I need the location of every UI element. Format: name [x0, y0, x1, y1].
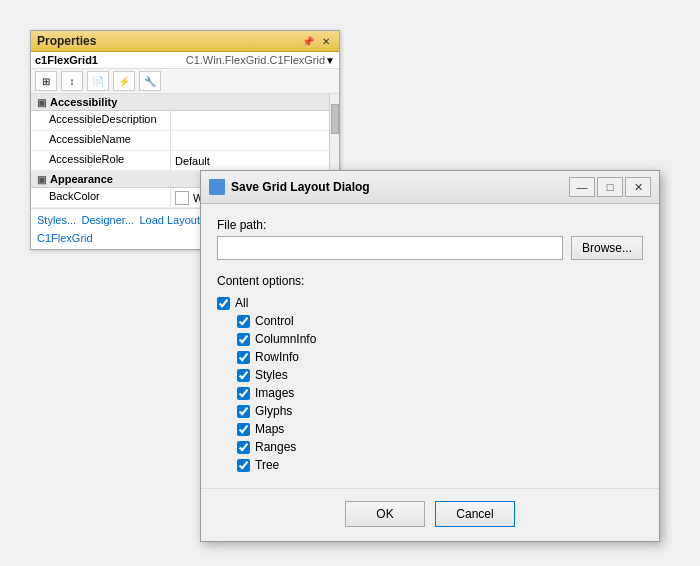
minimize-button[interactable]: —	[569, 177, 595, 197]
accessible-description-label: AccessibleDescription	[31, 111, 171, 130]
checkbox-maps-label: Maps	[255, 422, 284, 436]
dialog-body: File path: Browse... Content options: Al…	[201, 204, 659, 488]
checkbox-rowinfo-label: RowInfo	[255, 350, 299, 364]
dialog-app-icon	[209, 179, 225, 195]
backcolor-label: BackColor	[31, 188, 171, 207]
pin-icon[interactable]: 📌	[301, 35, 315, 47]
load-layout-link[interactable]: Load Layout...	[139, 214, 209, 226]
save-grid-layout-dialog: Save Grid Layout Dialog — □ ✕ File path:…	[200, 170, 660, 542]
checkbox-children: Control ColumnInfo RowInfo Styles Images	[217, 312, 643, 474]
checkbox-control-input[interactable]	[237, 315, 250, 328]
accessible-role-row: AccessibleRole Default	[31, 151, 339, 171]
checkbox-ranges-input[interactable]	[237, 441, 250, 454]
checkbox-styles-input[interactable]	[237, 369, 250, 382]
accessible-name-row: AccessibleName	[31, 131, 339, 151]
checkbox-styles-label: Styles	[255, 368, 288, 382]
file-path-label: File path:	[217, 218, 643, 232]
dialog-footer: OK Cancel	[201, 488, 659, 541]
c1flexgrid-link[interactable]: C1FlexGrid	[37, 232, 93, 244]
checkbox-columninfo-input[interactable]	[237, 333, 250, 346]
content-options-label: Content options:	[217, 274, 643, 288]
checkbox-images: Images	[237, 384, 643, 402]
checkbox-rowinfo: RowInfo	[237, 348, 643, 366]
checkbox-control: Control	[237, 312, 643, 330]
accessibility-section-header: ▣ Accessibility	[31, 94, 339, 111]
alphabetical-view-button[interactable]: ↕	[61, 71, 83, 91]
checkbox-ranges: Ranges	[237, 438, 643, 456]
checkbox-glyphs: Glyphs	[237, 402, 643, 420]
checkbox-glyphs-label: Glyphs	[255, 404, 292, 418]
properties-toolbar: ⊞ ↕ 📄 ⚡ 🔧	[31, 69, 339, 94]
checkbox-glyphs-input[interactable]	[237, 405, 250, 418]
categorized-view-button[interactable]: ⊞	[35, 71, 57, 91]
file-path-input[interactable]	[217, 236, 563, 260]
checkbox-maps: Maps	[237, 420, 643, 438]
scrollbar-thumb[interactable]	[331, 104, 339, 134]
search-button[interactable]: 🔧	[139, 71, 161, 91]
dropdown-arrow-icon[interactable]: ▼	[325, 55, 335, 66]
browse-button[interactable]: Browse...	[571, 236, 643, 260]
dialog-title-bar: Save Grid Layout Dialog — □ ✕	[201, 171, 659, 204]
accessibility-section-label: Accessibility	[50, 96, 117, 108]
checkbox-maps-input[interactable]	[237, 423, 250, 436]
maximize-button[interactable]: □	[597, 177, 623, 197]
checkbox-all-input[interactable]	[217, 297, 230, 310]
color-swatch	[175, 191, 189, 205]
checkbox-images-label: Images	[255, 386, 294, 400]
styles-link[interactable]: Styles...	[37, 214, 76, 226]
checkbox-tree-input[interactable]	[237, 459, 250, 472]
checkbox-rowinfo-input[interactable]	[237, 351, 250, 364]
checkbox-ranges-label: Ranges	[255, 440, 296, 454]
title-bar-icons: 📌 ✕	[301, 35, 333, 47]
cancel-button[interactable]: Cancel	[435, 501, 515, 527]
checkbox-tree: Tree	[237, 456, 643, 474]
checkbox-tree-label: Tree	[255, 458, 279, 472]
component-selector-row: c1FlexGrid1 C1.Win.FlexGrid.C1FlexGrid ▼	[31, 52, 339, 69]
accessible-description-row: AccessibleDescription	[31, 111, 339, 131]
checkbox-styles: Styles	[237, 366, 643, 384]
file-path-row: Browse...	[217, 236, 643, 260]
checkbox-columninfo-label: ColumnInfo	[255, 332, 316, 346]
expand-accessibility-icon[interactable]: ▣	[37, 97, 46, 108]
component-name: c1FlexGrid1	[35, 54, 182, 66]
properties-page-button[interactable]: 📄	[87, 71, 109, 91]
properties-title-bar: Properties 📌 ✕	[31, 31, 339, 52]
checkbox-images-input[interactable]	[237, 387, 250, 400]
checkbox-all: All	[217, 294, 643, 312]
close-icon[interactable]: ✕	[319, 35, 333, 47]
accessible-role-value[interactable]: Default	[171, 151, 339, 170]
checkbox-all-label: All	[235, 296, 248, 310]
accessible-name-label: AccessibleName	[31, 131, 171, 150]
properties-title: Properties	[37, 34, 96, 48]
ok-button[interactable]: OK	[345, 501, 425, 527]
expand-appearance-icon[interactable]: ▣	[37, 174, 46, 185]
events-button[interactable]: ⚡	[113, 71, 135, 91]
accessible-name-value[interactable]	[171, 131, 339, 150]
checkbox-tree: All Control ColumnInfo RowInfo Styles	[217, 294, 643, 474]
accessible-role-label: AccessibleRole	[31, 151, 171, 170]
accessible-description-value[interactable]	[171, 111, 339, 130]
appearance-section-label: Appearance	[50, 173, 113, 185]
checkbox-control-label: Control	[255, 314, 294, 328]
close-button[interactable]: ✕	[625, 177, 651, 197]
dialog-window-controls: — □ ✕	[569, 177, 651, 197]
checkbox-columninfo: ColumnInfo	[237, 330, 643, 348]
component-type: C1.Win.FlexGrid.C1FlexGrid	[186, 54, 325, 66]
dialog-title-text: Save Grid Layout Dialog	[231, 180, 569, 194]
designer-link[interactable]: Designer...	[81, 214, 134, 226]
